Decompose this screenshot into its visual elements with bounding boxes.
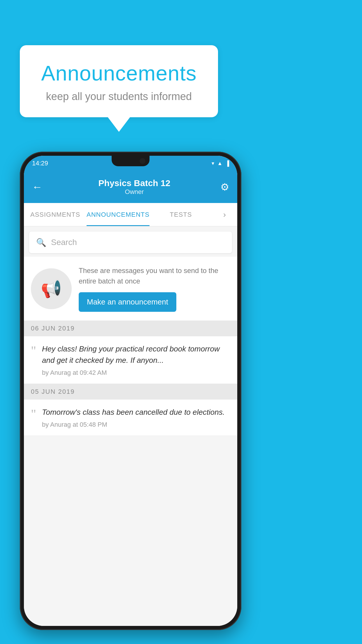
battery-icon: ▐: [225, 160, 229, 167]
back-button[interactable]: ←: [32, 181, 43, 193]
app-bar-title-group: Physics Batch 12 Owner: [48, 178, 220, 196]
phone-screen: 14:29 ▾ ▲ ▐ ← Physics Batch 12 Owner ⚙: [24, 156, 237, 626]
tab-announcements[interactable]: ANNOUNCEMENTS: [87, 203, 150, 226]
status-icons: ▾ ▲ ▐: [212, 160, 229, 167]
announcement-text-wrap-1: Hey class! Bring your practical record b…: [42, 343, 230, 377]
quote-icon-1: ": [31, 344, 36, 357]
promo-right: These are messages you want to send to t…: [79, 265, 230, 312]
phone-notch: [112, 156, 150, 166]
promo-icon-circle: 📢: [31, 268, 72, 309]
announcement-text-1: Hey class! Bring your practical record b…: [42, 343, 230, 366]
speech-bubble-tail: [108, 117, 130, 132]
tabs-bar: ASSIGNMENTS ANNOUNCEMENTS TESTS ›: [24, 203, 237, 226]
status-time: 14:29: [32, 160, 48, 167]
announcement-text-wrap-2: Tomorrow's class has been cancelled due …: [42, 407, 230, 428]
announcement-meta-2: by Anurag at 05:48 PM: [42, 421, 230, 428]
screen-inner: 14:29 ▾ ▲ ▐ ← Physics Batch 12 Owner ⚙: [24, 156, 237, 626]
make-announcement-button[interactable]: Make an announcement: [79, 292, 176, 312]
megaphone-icon: 📢: [41, 279, 62, 299]
promo-description: These are messages you want to send to t…: [79, 265, 230, 286]
search-input-placeholder: Search: [51, 238, 77, 247]
tab-tests[interactable]: TESTS: [150, 203, 212, 226]
settings-icon[interactable]: ⚙: [220, 181, 229, 193]
date-separator-1: 06 JUN 2019: [24, 321, 237, 336]
quote-icon-2: ": [31, 408, 36, 421]
app-bar-title: Physics Batch 12: [48, 178, 220, 188]
content-area: 🔍 Search 📢 These are messages you want t…: [24, 226, 237, 626]
search-bar[interactable]: 🔍 Search: [29, 232, 232, 253]
speech-bubble-subtitle: keep all your students informed: [37, 90, 201, 103]
announcement-item-1[interactable]: " Hey class! Bring your practical record…: [24, 336, 237, 384]
date-separator-2: 05 JUN 2019: [24, 384, 237, 400]
speech-bubble-container: Announcements keep all your students inf…: [20, 45, 218, 132]
search-icon: 🔍: [36, 238, 46, 247]
app-bar-subtitle: Owner: [48, 188, 220, 196]
speech-bubble: Announcements keep all your students inf…: [20, 45, 218, 117]
phone-frame: 14:29 ▾ ▲ ▐ ← Physics Batch 12 Owner ⚙: [20, 152, 241, 630]
announcement-text-2: Tomorrow's class has been cancelled due …: [42, 407, 230, 418]
tab-assignments[interactable]: ASSIGNMENTS: [24, 203, 87, 226]
wifi-icon: ▾: [212, 160, 214, 167]
tab-more[interactable]: ›: [212, 203, 237, 226]
app-bar: ← Physics Batch 12 Owner ⚙: [24, 171, 237, 203]
announcement-item-2[interactable]: " Tomorrow's class has been cancelled du…: [24, 400, 237, 436]
announcement-meta-1: by Anurag at 09:42 AM: [42, 369, 230, 377]
phone-mockup: 14:29 ▾ ▲ ▐ ← Physics Batch 12 Owner ⚙: [20, 152, 241, 630]
promo-card: 📢 These are messages you want to send to…: [24, 257, 237, 321]
signal-icon: ▲: [217, 160, 222, 167]
speech-bubble-title: Announcements: [37, 61, 201, 85]
front-camera: [140, 158, 145, 164]
